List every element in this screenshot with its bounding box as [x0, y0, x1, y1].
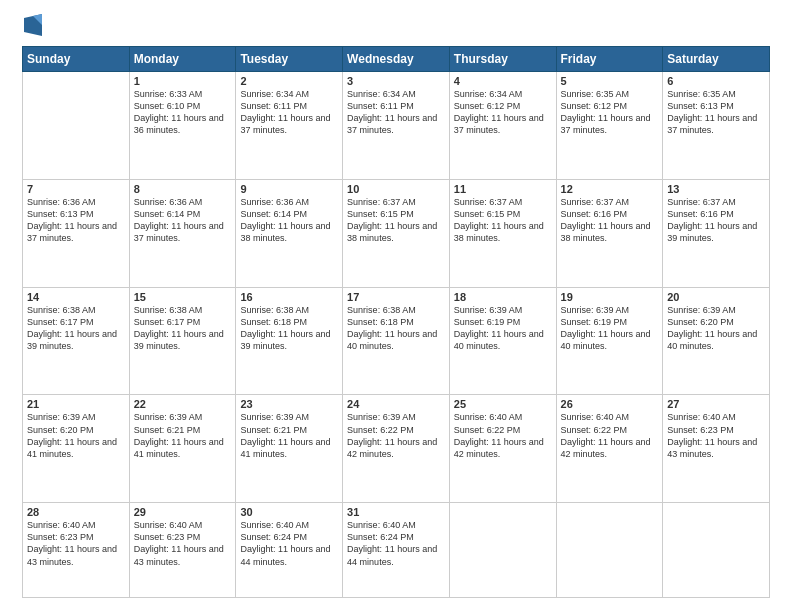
day-number: 27	[667, 398, 765, 410]
cell-info: Sunrise: 6:39 AMSunset: 6:19 PMDaylight:…	[454, 304, 552, 353]
day-number: 31	[347, 506, 445, 518]
cell-info: Sunrise: 6:37 AMSunset: 6:16 PMDaylight:…	[667, 196, 765, 245]
calendar-cell: 25Sunrise: 6:40 AMSunset: 6:22 PMDayligh…	[449, 395, 556, 503]
cell-info: Sunrise: 6:37 AMSunset: 6:16 PMDaylight:…	[561, 196, 659, 245]
cell-info: Sunrise: 6:38 AMSunset: 6:17 PMDaylight:…	[27, 304, 125, 353]
cell-info: Sunrise: 6:35 AMSunset: 6:12 PMDaylight:…	[561, 88, 659, 137]
day-number: 2	[240, 75, 338, 87]
day-number: 17	[347, 291, 445, 303]
cell-info: Sunrise: 6:40 AMSunset: 6:23 PMDaylight:…	[667, 411, 765, 460]
calendar-cell	[23, 72, 130, 180]
calendar-week-row: 7Sunrise: 6:36 AMSunset: 6:13 PMDaylight…	[23, 179, 770, 287]
day-header-thursday: Thursday	[449, 47, 556, 72]
day-number: 19	[561, 291, 659, 303]
calendar-cell: 18Sunrise: 6:39 AMSunset: 6:19 PMDayligh…	[449, 287, 556, 395]
calendar-week-row: 14Sunrise: 6:38 AMSunset: 6:17 PMDayligh…	[23, 287, 770, 395]
calendar-cell: 30Sunrise: 6:40 AMSunset: 6:24 PMDayligh…	[236, 503, 343, 598]
day-number: 6	[667, 75, 765, 87]
day-number: 26	[561, 398, 659, 410]
day-number: 5	[561, 75, 659, 87]
day-number: 11	[454, 183, 552, 195]
cell-info: Sunrise: 6:40 AMSunset: 6:23 PMDaylight:…	[27, 519, 125, 568]
calendar-week-row: 1Sunrise: 6:33 AMSunset: 6:10 PMDaylight…	[23, 72, 770, 180]
day-header-saturday: Saturday	[663, 47, 770, 72]
day-number: 22	[134, 398, 232, 410]
day-header-wednesday: Wednesday	[343, 47, 450, 72]
cell-info: Sunrise: 6:40 AMSunset: 6:23 PMDaylight:…	[134, 519, 232, 568]
calendar-cell: 5Sunrise: 6:35 AMSunset: 6:12 PMDaylight…	[556, 72, 663, 180]
calendar-cell	[556, 503, 663, 598]
calendar-cell: 26Sunrise: 6:40 AMSunset: 6:22 PMDayligh…	[556, 395, 663, 503]
calendar-cell: 11Sunrise: 6:37 AMSunset: 6:15 PMDayligh…	[449, 179, 556, 287]
calendar-cell: 24Sunrise: 6:39 AMSunset: 6:22 PMDayligh…	[343, 395, 450, 503]
day-header-monday: Monday	[129, 47, 236, 72]
day-number: 13	[667, 183, 765, 195]
calendar-week-row: 28Sunrise: 6:40 AMSunset: 6:23 PMDayligh…	[23, 503, 770, 598]
cell-info: Sunrise: 6:33 AMSunset: 6:10 PMDaylight:…	[134, 88, 232, 137]
calendar-cell: 6Sunrise: 6:35 AMSunset: 6:13 PMDaylight…	[663, 72, 770, 180]
cell-info: Sunrise: 6:40 AMSunset: 6:22 PMDaylight:…	[454, 411, 552, 460]
header	[22, 18, 770, 36]
day-number: 9	[240, 183, 338, 195]
calendar-cell: 3Sunrise: 6:34 AMSunset: 6:11 PMDaylight…	[343, 72, 450, 180]
calendar-cell: 1Sunrise: 6:33 AMSunset: 6:10 PMDaylight…	[129, 72, 236, 180]
calendar-cell	[663, 503, 770, 598]
calendar-cell: 2Sunrise: 6:34 AMSunset: 6:11 PMDaylight…	[236, 72, 343, 180]
calendar-cell: 23Sunrise: 6:39 AMSunset: 6:21 PMDayligh…	[236, 395, 343, 503]
calendar-cell: 8Sunrise: 6:36 AMSunset: 6:14 PMDaylight…	[129, 179, 236, 287]
day-number: 20	[667, 291, 765, 303]
day-number: 18	[454, 291, 552, 303]
calendar-week-row: 21Sunrise: 6:39 AMSunset: 6:20 PMDayligh…	[23, 395, 770, 503]
calendar-table: SundayMondayTuesdayWednesdayThursdayFrid…	[22, 46, 770, 598]
day-number: 29	[134, 506, 232, 518]
cell-info: Sunrise: 6:40 AMSunset: 6:24 PMDaylight:…	[347, 519, 445, 568]
day-number: 14	[27, 291, 125, 303]
logo	[22, 18, 42, 36]
cell-info: Sunrise: 6:40 AMSunset: 6:24 PMDaylight:…	[240, 519, 338, 568]
calendar-cell: 28Sunrise: 6:40 AMSunset: 6:23 PMDayligh…	[23, 503, 130, 598]
calendar-cell: 29Sunrise: 6:40 AMSunset: 6:23 PMDayligh…	[129, 503, 236, 598]
cell-info: Sunrise: 6:38 AMSunset: 6:18 PMDaylight:…	[240, 304, 338, 353]
cell-info: Sunrise: 6:39 AMSunset: 6:20 PMDaylight:…	[667, 304, 765, 353]
calendar-cell: 17Sunrise: 6:38 AMSunset: 6:18 PMDayligh…	[343, 287, 450, 395]
calendar-header-row: SundayMondayTuesdayWednesdayThursdayFrid…	[23, 47, 770, 72]
cell-info: Sunrise: 6:38 AMSunset: 6:17 PMDaylight:…	[134, 304, 232, 353]
calendar-cell: 19Sunrise: 6:39 AMSunset: 6:19 PMDayligh…	[556, 287, 663, 395]
calendar-cell: 31Sunrise: 6:40 AMSunset: 6:24 PMDayligh…	[343, 503, 450, 598]
calendar-cell: 22Sunrise: 6:39 AMSunset: 6:21 PMDayligh…	[129, 395, 236, 503]
day-number: 7	[27, 183, 125, 195]
cell-info: Sunrise: 6:38 AMSunset: 6:18 PMDaylight:…	[347, 304, 445, 353]
calendar-cell: 20Sunrise: 6:39 AMSunset: 6:20 PMDayligh…	[663, 287, 770, 395]
calendar-cell: 10Sunrise: 6:37 AMSunset: 6:15 PMDayligh…	[343, 179, 450, 287]
calendar-cell: 14Sunrise: 6:38 AMSunset: 6:17 PMDayligh…	[23, 287, 130, 395]
day-number: 28	[27, 506, 125, 518]
day-number: 4	[454, 75, 552, 87]
cell-info: Sunrise: 6:37 AMSunset: 6:15 PMDaylight:…	[454, 196, 552, 245]
cell-info: Sunrise: 6:39 AMSunset: 6:19 PMDaylight:…	[561, 304, 659, 353]
day-number: 3	[347, 75, 445, 87]
day-number: 10	[347, 183, 445, 195]
calendar-cell: 9Sunrise: 6:36 AMSunset: 6:14 PMDaylight…	[236, 179, 343, 287]
cell-info: Sunrise: 6:34 AMSunset: 6:11 PMDaylight:…	[347, 88, 445, 137]
day-header-sunday: Sunday	[23, 47, 130, 72]
day-number: 12	[561, 183, 659, 195]
calendar-cell: 27Sunrise: 6:40 AMSunset: 6:23 PMDayligh…	[663, 395, 770, 503]
day-number: 8	[134, 183, 232, 195]
cell-info: Sunrise: 6:35 AMSunset: 6:13 PMDaylight:…	[667, 88, 765, 137]
calendar-cell	[449, 503, 556, 598]
cell-info: Sunrise: 6:37 AMSunset: 6:15 PMDaylight:…	[347, 196, 445, 245]
cell-info: Sunrise: 6:39 AMSunset: 6:20 PMDaylight:…	[27, 411, 125, 460]
page: SundayMondayTuesdayWednesdayThursdayFrid…	[0, 0, 792, 612]
day-number: 30	[240, 506, 338, 518]
calendar-cell: 7Sunrise: 6:36 AMSunset: 6:13 PMDaylight…	[23, 179, 130, 287]
cell-info: Sunrise: 6:36 AMSunset: 6:13 PMDaylight:…	[27, 196, 125, 245]
calendar-cell: 16Sunrise: 6:38 AMSunset: 6:18 PMDayligh…	[236, 287, 343, 395]
cell-info: Sunrise: 6:39 AMSunset: 6:21 PMDaylight:…	[240, 411, 338, 460]
logo-icon	[24, 14, 42, 36]
cell-info: Sunrise: 6:34 AMSunset: 6:12 PMDaylight:…	[454, 88, 552, 137]
calendar-cell: 12Sunrise: 6:37 AMSunset: 6:16 PMDayligh…	[556, 179, 663, 287]
calendar-cell: 21Sunrise: 6:39 AMSunset: 6:20 PMDayligh…	[23, 395, 130, 503]
calendar-cell: 15Sunrise: 6:38 AMSunset: 6:17 PMDayligh…	[129, 287, 236, 395]
day-number: 25	[454, 398, 552, 410]
day-number: 1	[134, 75, 232, 87]
